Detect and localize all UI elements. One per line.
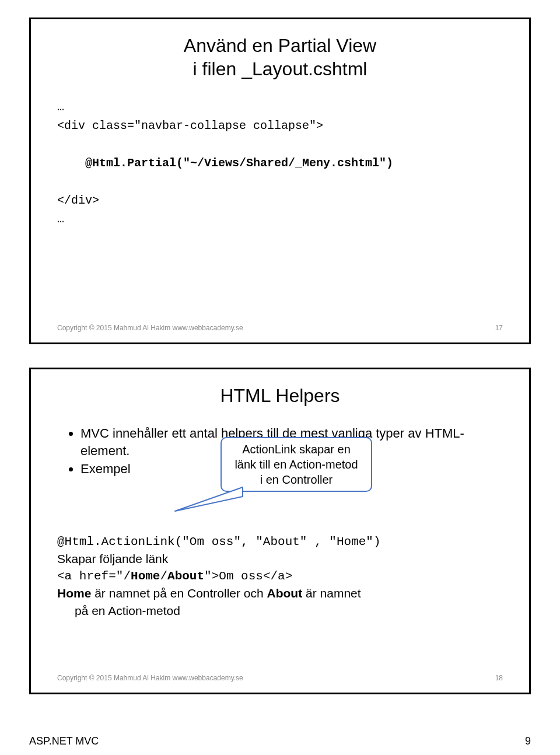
footer-page-number: 9 — [525, 735, 531, 747]
copyright-text: Copyright © 2015 Mahmud Al Hakim www.web… — [57, 324, 243, 332]
code-block: … <div class="navbar-collapse collapse">… — [57, 98, 503, 229]
code-line: <div class="navbar-collapse collapse"> — [57, 119, 323, 132]
code-frag: <a href="/ — [57, 569, 131, 583]
slide-number: 17 — [495, 324, 503, 332]
code-line: … — [57, 212, 64, 226]
callout-line: ActionLink skapar en — [242, 443, 351, 456]
code-frag: / — [160, 569, 167, 583]
slide-2: HTML Helpers MVC innehåller ett antal he… — [29, 368, 531, 694]
result-text: Skapar följande länk — [57, 550, 503, 567]
handout-footer: ASP.NET MVC 9 — [0, 729, 560, 755]
result-code: <a href="/Home/About">Om oss</a> — [57, 568, 503, 585]
callout-pointer-icon — [174, 486, 244, 512]
slide-number: 18 — [495, 674, 503, 682]
callout-box: ActionLink skapar en länk till en Action… — [220, 437, 372, 492]
slide-title: HTML Helpers — [57, 384, 503, 407]
code-frag: ">Om oss</a> — [204, 569, 292, 583]
result-text: Home är namnet på en Controller och Abou… — [57, 585, 503, 602]
code-line: @Html.ActionLink("Om oss", "About" , "Ho… — [57, 533, 503, 550]
code-line: … — [57, 100, 64, 114]
handout-page: Använd en Partial View i filen _Layout.c… — [0, 0, 560, 729]
slide-title: Använd en Partial View i filen _Layout.c… — [57, 34, 503, 81]
text-bold: About — [267, 586, 303, 600]
title-line-1: Använd en Partial View — [184, 35, 376, 56]
result-block: @Html.ActionLink("Om oss", "About" , "Ho… — [57, 533, 503, 619]
code-bold: About — [167, 569, 204, 583]
callout-line: i en Controller — [260, 473, 333, 486]
text-frag: är namnet på en Controller och — [91, 586, 267, 600]
text-bold: Home — [57, 586, 91, 600]
slide-1: Använd en Partial View i filen _Layout.c… — [29, 18, 531, 344]
result-text: på en Action-metod — [75, 602, 503, 619]
code-line-bold: @Html.Partial("~/Views/Shared/_Meny.csht… — [85, 156, 393, 170]
title-line-2: i filen _Layout.cshtml — [193, 58, 368, 79]
code-line: </div> — [57, 194, 99, 207]
copyright-text: Copyright © 2015 Mahmud Al Hakim www.web… — [57, 674, 243, 682]
footer-left: ASP.NET MVC — [29, 735, 99, 747]
callout-line: länk till en Action-metod — [235, 458, 358, 471]
code-bold: Home — [131, 569, 160, 583]
text-frag: är namnet — [302, 586, 360, 600]
